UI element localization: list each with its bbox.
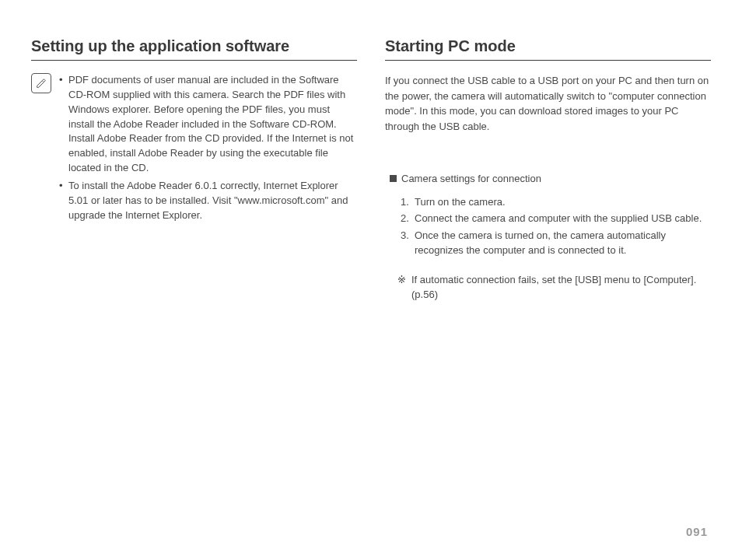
step-text: Connect the camera and computer with the… [415,211,711,226]
step-number: 3. [401,228,415,258]
intro-paragraph: If you connect the USB cable to a USB po… [385,73,711,134]
left-heading: Setting up the application software [31,37,357,61]
steps-list: 1.Turn on the camera. 2.Connect the came… [390,194,711,258]
note-icon-wrap [31,73,51,93]
bullet-item: PDF documents of user manual are include… [59,73,357,176]
sub-heading-row: Camera settings for connection [390,171,711,187]
reference-mark-icon: ※ [397,272,411,303]
square-marker-icon [390,175,397,182]
note-block: PDF documents of user manual are include… [31,73,357,226]
step-item: 1.Turn on the camera. [401,194,711,210]
step-number: 2. [401,211,415,226]
footnote: ※ If automatic connection fails, set the… [390,272,711,303]
step-text: Turn on the camera. [415,194,711,210]
sub-block: Camera settings for connection 1.Turn on… [385,171,711,303]
footnote-text: If automatic connection fails, set the [… [411,272,711,303]
step-number: 1. [401,194,415,210]
manual-page: Setting up the application software PDF … [0,0,742,560]
bullets-list: PDF documents of user manual are include… [59,73,357,226]
pencil-icon [35,77,47,89]
left-column: Setting up the application software PDF … [31,37,357,541]
step-item: 3.Once the camera is turned on, the came… [401,228,711,258]
sub-heading-text: Camera settings for connection [401,171,541,187]
right-column: Starting PC mode If you connect the USB … [385,37,711,541]
note-icon [31,73,51,93]
page-number: 091 [686,525,708,538]
right-heading: Starting PC mode [385,37,711,61]
bullet-item: To install the Adobe Reader 6.0.1 correc… [59,179,357,223]
step-item: 2.Connect the camera and computer with t… [401,211,711,226]
step-text: Once the camera is turned on, the camera… [415,228,711,258]
